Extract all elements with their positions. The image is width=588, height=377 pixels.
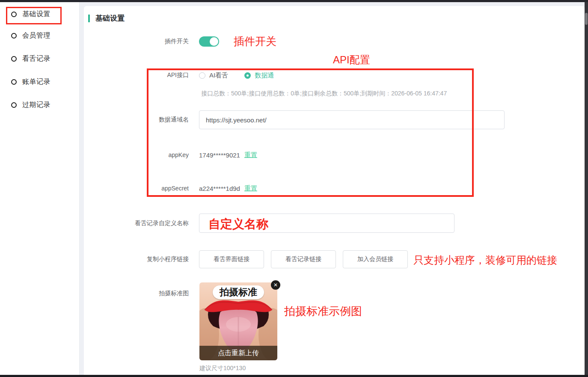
sidebar-item-basic-settings[interactable]: 基础设置 xyxy=(11,10,50,19)
tongue-ui-link-button[interactable]: 看舌界面链接 xyxy=(199,250,264,268)
domain-label: 数据通域名 xyxy=(84,116,189,124)
standard-image-uploader[interactable]: 拍摄标准 ✕ 点击重新上传 xyxy=(199,282,277,360)
radio-ai-tongue[interactable]: AI看舌 xyxy=(199,71,228,80)
scrollbar-thumb[interactable] xyxy=(585,13,588,25)
custom-name-row: 看舌记录自定义名称 自定义名称 xyxy=(84,214,585,233)
domain-input[interactable]: https://sjt.yeesoo.net/ xyxy=(199,110,505,129)
custom-name-label: 看舌记录自定义名称 xyxy=(84,220,189,227)
api-interface-row: API接口 AI看舌 数据通 xyxy=(84,70,585,81)
annotation-standard-image: 拍摄标准示例图 xyxy=(284,304,362,319)
appkey-row: appKey 1749*****9021 重置 xyxy=(84,150,585,160)
radio-unchecked-icon xyxy=(199,72,205,79)
custom-name-input[interactable] xyxy=(199,214,454,233)
api-interface-label: API接口 xyxy=(84,71,189,79)
standard-image-label: 拍摄标准图 xyxy=(84,290,189,297)
radio-data-tong[interactable]: 数据通 xyxy=(244,71,274,80)
appkey-value: 1749*****9021 xyxy=(199,151,240,159)
sidebar-item-expired-records[interactable]: 过期记录 xyxy=(11,101,50,110)
radio-checked-icon xyxy=(244,72,251,79)
appsecret-reset-link[interactable]: 重置 xyxy=(244,184,257,193)
plugin-switch-label: 插件开关 xyxy=(84,38,189,45)
circle-icon xyxy=(11,33,17,39)
appkey-label: appKey xyxy=(84,151,189,158)
page-title: 基础设置 xyxy=(95,13,125,23)
circle-icon xyxy=(11,12,17,17)
top-window-edge xyxy=(0,0,588,2)
circle-icon xyxy=(11,56,17,62)
plugin-switch-row: 插件开关 xyxy=(84,35,585,48)
join-member-link-button[interactable]: 加入会员链接 xyxy=(343,250,408,268)
section-marker xyxy=(88,15,90,22)
annotation-box-api-section xyxy=(147,68,474,197)
tongue-record-link-button[interactable]: 看舌记录链接 xyxy=(271,250,336,268)
plugin-toggle[interactable] xyxy=(199,36,219,47)
right-window-edge xyxy=(585,2,588,375)
sidebar-item-tongue-records[interactable]: 看舌记录 xyxy=(11,54,50,63)
radio-label: AI看舌 xyxy=(209,71,228,80)
toggle-knob-icon xyxy=(210,37,218,46)
sidebar-item-bill-records[interactable]: 账单记录 xyxy=(11,77,50,86)
sidebar-item-label: 基础设置 xyxy=(22,10,50,19)
api-radio-group: AI看舌 数据通 xyxy=(199,71,274,80)
close-icon[interactable]: ✕ xyxy=(271,280,280,290)
bottom-window-edge xyxy=(0,375,588,377)
annotation-api-config: API配置 xyxy=(333,53,370,67)
image-size-hint: 建议尺寸100*130 xyxy=(199,365,246,372)
appkey-reset-link[interactable]: 重置 xyxy=(244,151,257,159)
reupload-overlay[interactable]: 点击重新上传 xyxy=(199,346,277,360)
photo-badge: 拍摄标准 xyxy=(213,285,264,299)
appsecret-label: appSecret xyxy=(84,185,189,192)
sidebar-item-label: 过期记录 xyxy=(22,101,50,110)
sidebar-item-member-management[interactable]: 会员管理 xyxy=(11,31,50,40)
appsecret-row: appSecret a224*****1d9d 重置 xyxy=(84,183,585,193)
sidebar-item-label: 会员管理 xyxy=(22,31,50,40)
domain-row: 数据通域名 https://sjt.yeesoo.net/ xyxy=(84,110,585,129)
sidebar-item-label: 账单记录 xyxy=(22,77,50,86)
radio-label: 数据通 xyxy=(255,71,274,80)
main-panel: 基础设置 插件开关 插件开关 API配置 API接口 AI看舌 xyxy=(84,6,585,375)
sidebar: 基础设置 会员管理 看舌记录 账单记录 过期记录 xyxy=(0,2,80,375)
copy-links-label: 复制小程序链接 xyxy=(84,255,189,263)
settings-page: 基础设置 会员管理 看舌记录 账单记录 过期记录 基础设置 插件开关 xyxy=(0,0,588,377)
section-header: 基础设置 xyxy=(88,13,125,23)
standard-image-row: 拍摄标准图 xyxy=(84,288,585,299)
api-usage-info: 接口总数：500单;接口使用总数：0单;接口剩余总数：500单;到期时间：202… xyxy=(201,90,447,98)
appsecret-value: a224*****1d9d xyxy=(199,185,240,192)
circle-icon xyxy=(11,79,17,85)
domain-input-value: https://sjt.yeesoo.net/ xyxy=(206,116,267,124)
circle-icon xyxy=(11,102,17,108)
copy-links-row: 复制小程序链接 看舌界面链接 看舌记录链接 加入会员链接 xyxy=(84,250,585,268)
sidebar-item-label: 看舌记录 xyxy=(22,54,50,63)
